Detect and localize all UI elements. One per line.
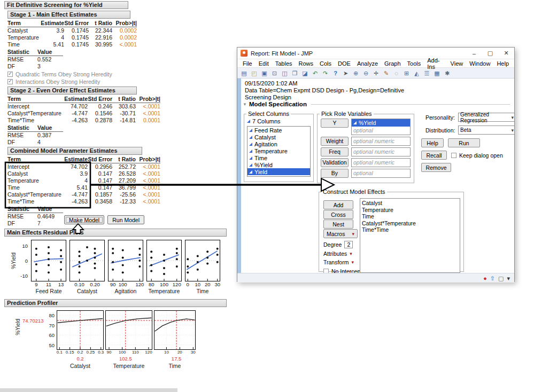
- combined-header[interactable]: Combined Model Parameter Estimates: [7, 147, 142, 155]
- profiler-panel[interactable]: 90100110120102.5Temperature: [105, 310, 152, 369]
- window-title: Report: Fit Model - JMP: [251, 50, 313, 57]
- personality-dropdown[interactable]: Generalized Regression ▾: [458, 113, 514, 122]
- profiler-panel[interactable]: 10203017.5Time: [154, 310, 196, 369]
- no-intercept-checkbox[interactable]: No Intercept: [323, 268, 362, 273]
- new-file-icon[interactable]: ▤: [240, 68, 248, 78]
- zoom-out-icon[interactable]: ⊖: [362, 68, 370, 78]
- window-box-icon[interactable]: ▢: [498, 274, 504, 283]
- role-field[interactable]: optional numeric: [351, 158, 411, 167]
- disclosure-triangle-icon[interactable]: ▼: [243, 102, 247, 107]
- menu-item[interactable]: Window: [466, 60, 493, 67]
- run-model-button[interactable]: Run Model: [107, 215, 144, 224]
- print-icon[interactable]: ⊡: [270, 68, 278, 78]
- maximize-button[interactable]: ▢: [482, 48, 498, 59]
- redo-icon[interactable]: ↷: [321, 68, 329, 78]
- column-item[interactable]: Catalyst: [247, 134, 310, 140]
- zoom-in-icon[interactable]: ⊕: [352, 68, 360, 78]
- remove-button[interactable]: Remove: [421, 163, 451, 172]
- role-button[interactable]: Freq: [321, 147, 349, 156]
- column-item[interactable]: %Yield: [247, 161, 310, 168]
- lasso-icon[interactable]: ◌: [392, 68, 400, 78]
- column-item[interactable]: Yield: [247, 168, 310, 175]
- menu-item[interactable]: Rows: [296, 60, 317, 67]
- menu-item[interactable]: DOE: [335, 60, 354, 67]
- residual-plots-header[interactable]: Main Effects Residual Plots: [4, 229, 227, 237]
- stage1-header[interactable]: Stage 1 - Main Effect Estimates: [7, 11, 130, 19]
- model-specification-header[interactable]: ▼ Model Specification: [243, 101, 510, 107]
- undo-icon[interactable]: ↶: [311, 68, 319, 78]
- report-title[interactable]: Fit Definitive Screening for %Yield: [4, 1, 128, 9]
- menu-item[interactable]: Cols: [316, 60, 335, 67]
- help-icon[interactable]: ?: [331, 68, 339, 78]
- columns-list[interactable]: Feed Rate Catalyst Agitation: [247, 126, 311, 177]
- personality-value: Generalized Regression: [460, 112, 511, 123]
- menu-item[interactable]: File: [239, 60, 256, 67]
- prediction-profiler-header[interactable]: Prediction Profiler: [4, 299, 227, 307]
- journal-icon[interactable]: ◫: [281, 68, 289, 78]
- column-item[interactable]: Feed Rate: [247, 127, 310, 134]
- list-icon[interactable]: ☰: [423, 68, 431, 78]
- profiler-panel[interactable]: 0.10.150.20.250.30.2Catalyst: [57, 310, 104, 369]
- y-role-selected[interactable]: %Yield: [352, 119, 410, 127]
- heredity-checkbox[interactable]: Quadratic Terms Obey Strong Heredity: [7, 70, 112, 78]
- effect-item[interactable]: Time: [362, 213, 458, 220]
- menu-item[interactable]: Tools: [404, 60, 424, 67]
- crosshair-icon[interactable]: ✛: [372, 68, 380, 78]
- window-titlebar[interactable]: Report: Fit Model - JMP –▢✕: [237, 48, 514, 59]
- role-button[interactable]: Weight: [321, 137, 349, 146]
- model-effects-list[interactable]: CatalystTemperatureTimeCatalyst*Temperat…: [360, 198, 460, 273]
- y-role-field[interactable]: %Yield optional: [351, 119, 411, 135]
- effect-item[interactable]: Time*Time: [362, 226, 458, 233]
- column-item[interactable]: Time: [247, 154, 310, 161]
- nest-button[interactable]: Nest: [323, 219, 353, 229]
- role-button[interactable]: Validation: [321, 158, 349, 167]
- cross-button[interactable]: Cross: [323, 210, 353, 219]
- close-button[interactable]: ✕: [498, 48, 514, 59]
- role-field[interactable]: optional: [351, 169, 411, 178]
- statistic-cell: RMSE: [7, 132, 37, 139]
- brush-icon[interactable]: ✎: [382, 68, 390, 78]
- help-button[interactable]: Help: [421, 138, 444, 147]
- role-button[interactable]: By: [321, 169, 349, 178]
- menu-item[interactable]: View: [447, 60, 467, 67]
- add-button[interactable]: Add: [323, 200, 353, 209]
- menu-item[interactable]: Edit: [256, 60, 272, 67]
- keep-dialog-checkbox[interactable]: Keep dialog open: [451, 152, 503, 159]
- save-icon[interactable]: ▣: [260, 68, 268, 78]
- column-item[interactable]: Temperature: [247, 147, 310, 154]
- menu-item[interactable]: Tables: [272, 60, 296, 67]
- pointer-icon[interactable]: ➤: [342, 68, 350, 78]
- stage2-header[interactable]: Stage 2 - Even Order Effect Estimates: [7, 87, 137, 95]
- role-field[interactable]: optional numeric: [351, 147, 411, 156]
- settings-icon[interactable]: ✱: [443, 68, 451, 78]
- minimize-button[interactable]: –: [466, 48, 482, 59]
- open-folder-icon[interactable]: ◰: [250, 68, 258, 78]
- run-button[interactable]: Run: [448, 138, 480, 147]
- effect-item[interactable]: Catalyst: [362, 200, 458, 207]
- menu-item[interactable]: Analyze: [354, 60, 381, 67]
- layout-icon[interactable]: ▦: [433, 68, 441, 78]
- transform-dropdown[interactable]: Transform ▾: [323, 259, 354, 265]
- heredity-checkbox[interactable]: Interactions Obey Strong Heredity: [7, 78, 112, 85]
- recall-button[interactable]: Recall: [421, 151, 447, 160]
- update-arrow-icon[interactable]: ⇧: [490, 274, 495, 283]
- menu-item[interactable]: Help: [493, 60, 512, 67]
- make-model-button[interactable]: Make Model: [64, 215, 104, 224]
- copy-icon[interactable]: ❐: [291, 68, 299, 78]
- menu-item[interactable]: Graph: [381, 60, 404, 67]
- y-role-button[interactable]: Y: [321, 119, 349, 128]
- paste-icon[interactable]: ◪: [301, 68, 309, 78]
- attributes-dropdown[interactable]: Attributes ▾: [323, 250, 352, 257]
- caret-down-icon[interactable]: ▾: [507, 274, 510, 283]
- error-status-icon[interactable]: ●: [483, 274, 487, 283]
- column-item[interactable]: Agitation: [247, 140, 310, 147]
- caret-down-icon: ▾: [511, 115, 514, 120]
- effect-item[interactable]: Temperature: [362, 207, 458, 214]
- distribution-dropdown[interactable]: Beta ▾: [458, 126, 514, 135]
- chart-icon[interactable]: ◭: [413, 68, 421, 78]
- role-field[interactable]: optional numeric: [351, 137, 411, 146]
- table-icon[interactable]: ⊞: [403, 68, 411, 78]
- degree-input[interactable]: 2: [344, 241, 353, 248]
- macros-button[interactable]: Macros ▾: [323, 229, 358, 238]
- effect-item[interactable]: Catalyst*Temperature: [362, 220, 458, 227]
